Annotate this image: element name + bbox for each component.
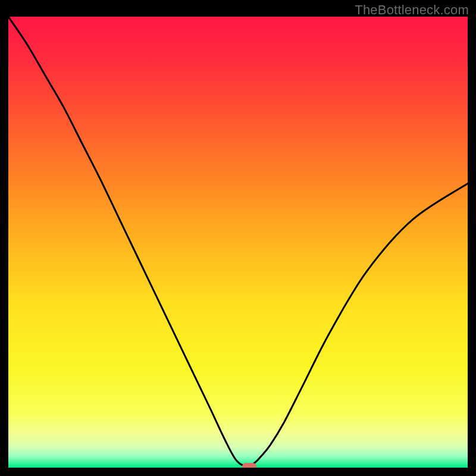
chart-frame: TheBottleneck.com xyxy=(0,0,476,476)
optimal-marker xyxy=(242,463,256,468)
watermark-text: TheBottleneck.com xyxy=(355,2,469,18)
plot-area xyxy=(8,17,468,468)
bottleneck-curve xyxy=(8,17,468,468)
